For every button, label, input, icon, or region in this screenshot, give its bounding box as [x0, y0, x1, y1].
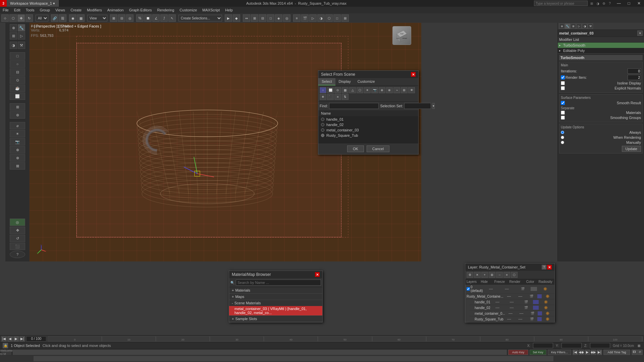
tb-keyframe[interactable]: ◆ [233, 14, 240, 22]
tab-customize[interactable]: Customize [354, 78, 378, 85]
sel-hidden-btn[interactable]: 👁 [408, 87, 415, 93]
st-maximize[interactable]: ⬛ [10, 243, 25, 250]
tl-play[interactable]: ▶ [13, 336, 19, 342]
menu-help[interactable]: Help [222, 7, 235, 13]
st-question[interactable]: ? [10, 251, 25, 258]
rp-motion-icon[interactable]: ▷ [576, 23, 582, 29]
st-hierarchy[interactable]: ⊞ [10, 32, 17, 40]
tb-obj-props[interactable]: ▦ [77, 14, 85, 22]
expand-obj-btn[interactable]: ▾ [637, 31, 643, 36]
st-display[interactable]: ◑ [10, 42, 17, 49]
layer-tb-expand[interactable]: ⬡ [511, 272, 518, 278]
menu-file[interactable]: File [0, 7, 11, 13]
rp-hierarchy-icon[interactable]: ⊞ [571, 23, 576, 29]
st-zoom[interactable]: ◎ [10, 219, 25, 226]
sel-cam-btn[interactable]: 📷 [371, 87, 378, 93]
smooth-result-cb[interactable] [561, 101, 565, 105]
transport-next-frame[interactable]: ▶| [597, 350, 602, 355]
layer-tb-cur-layer[interactable]: ≡ [503, 272, 510, 278]
tb-isolate-sel[interactable]: ◎ [283, 14, 290, 22]
tb-filter-dropdown[interactable]: All [36, 15, 48, 21]
layer-help-btn[interactable]: ? [542, 265, 546, 269]
frame-counter[interactable]: 0 / 100 [26, 336, 46, 342]
materials-cb[interactable] [561, 111, 565, 115]
st-box[interactable]: □ [10, 52, 25, 60]
grid-settings-btn[interactable]: ⊞ [637, 343, 641, 348]
materials-section-header[interactable]: + Materials [229, 287, 322, 293]
rp-create-icon[interactable]: ⊕ [559, 23, 565, 29]
when-rendering-radio[interactable] [561, 136, 564, 139]
smoothing-groups-cb[interactable] [561, 116, 565, 120]
tb-rotate[interactable]: ↻ [25, 14, 33, 22]
modifier-editable-poly[interactable]: ▸ Editable Poly [558, 48, 644, 53]
layer-rst-color[interactable] [537, 317, 542, 321]
layer-item-handle01[interactable]: handle_01 ---- ---- 🎬 🔆 [469, 299, 554, 305]
st-create[interactable]: ⊕ [10, 24, 17, 32]
st-pan[interactable]: ✥ [10, 227, 25, 234]
layer-h02-color[interactable] [533, 306, 539, 310]
tb-view-dropdown[interactable]: View [87, 15, 107, 21]
menu-group[interactable]: Group [37, 7, 53, 13]
layer-default-color[interactable] [531, 287, 537, 291]
maximize-button[interactable]: □ [624, 0, 634, 7]
toolbar-icon-4[interactable]: ? [607, 0, 612, 7]
tb-spinner[interactable]: ⤴ [160, 14, 168, 22]
sel-lay-btn[interactable]: ≡ [334, 94, 341, 100]
maps-section-header[interactable]: + Maps [229, 294, 322, 300]
close-button[interactable]: ✕ [634, 0, 644, 7]
tl-prev[interactable]: ◀ [7, 336, 13, 342]
scroll-ruler[interactable] [34, 356, 553, 361]
transport-prev-key[interactable]: ◀◆ [579, 350, 584, 355]
tb-material-editor[interactable]: ⬡ [325, 14, 333, 22]
tb-select-region[interactable]: ⬡ [9, 14, 17, 22]
modifier-turbosmooth[interactable]: ▸ TurboSmooth [558, 43, 644, 48]
layer-close-btn[interactable]: ✕ [547, 265, 552, 269]
manually-radio[interactable] [561, 141, 564, 144]
tb-normal-align[interactable]: ⊟ [259, 14, 266, 22]
tb-link[interactable]: 🔗 [51, 14, 58, 22]
update-button[interactable]: Update [622, 146, 641, 152]
list-item-handle02[interactable]: handle_02 [318, 122, 418, 127]
tb-create-selection[interactable]: Create Selections... [178, 15, 222, 21]
tb-render[interactable]: ▷ [309, 14, 317, 22]
layer-tb-delete[interactable]: ✕ [474, 272, 481, 278]
menu-graph-editors[interactable]: Graph Editors [126, 7, 155, 13]
lock-icon[interactable]: 🔒 [3, 343, 8, 348]
selection-set-input[interactable] [404, 103, 431, 109]
explicit-normals-cb[interactable] [561, 86, 565, 90]
sel-bone-btn[interactable]: ⌁ [393, 87, 400, 93]
st-modify[interactable]: 🔧 [18, 24, 25, 32]
menu-customize[interactable]: Customize [177, 7, 200, 13]
workspace-tab[interactable]: Workspace Workspace_1 ▾ [7, 0, 59, 7]
st-light-1[interactable]: ☀ [10, 130, 25, 137]
layer-item-handle02[interactable]: handle_02 ---- ---- 🎬 🔆 [469, 305, 554, 311]
tl-next[interactable]: ▶| [19, 336, 25, 342]
transport-prev-frame[interactable]: |◀ [573, 350, 578, 355]
sel-invert-btn[interactable]: ⊙ [334, 87, 341, 93]
st-helper[interactable]: ⊕ [10, 146, 25, 154]
isoline-cb[interactable] [561, 81, 565, 85]
menu-maxscript[interactable]: MAXScript [200, 7, 222, 13]
layer-tb-move[interactable]: → [496, 272, 503, 278]
st-plane[interactable]: ⬜ [10, 93, 25, 100]
tb-scale[interactable]: ⊠ [110, 14, 117, 22]
layer-item-metal-container[interactable]: metal_container_0... ---- ---- 🎬 🔆 [469, 311, 554, 316]
tb-print[interactable]: ⊞ [341, 14, 349, 22]
st-torus[interactable]: ⊙ [10, 76, 25, 84]
sample-slots-header[interactable]: + Sample Slots [229, 316, 322, 322]
layer-default-cb[interactable] [467, 287, 470, 291]
rp-modify-icon[interactable]: 🔧 [565, 23, 570, 29]
tb-mirror[interactable]: ⇔ [243, 14, 250, 22]
list-item-rusty-tub[interactable]: Rusty_Square_Tub [318, 133, 418, 138]
cancel-button[interactable]: Cancel [367, 145, 389, 152]
find-input[interactable] [329, 103, 379, 109]
tb-percent[interactable]: % [136, 14, 144, 22]
st-sphere[interactable]: ○ [10, 60, 25, 68]
st-systems[interactable]: ⊠ [10, 162, 25, 170]
tb-select[interactable]: ⊹ [1, 14, 9, 22]
tb-nonuniform[interactable]: ⊟ [118, 14, 125, 22]
menu-views[interactable]: Views [53, 7, 68, 13]
tb-cursor[interactable]: ↖ [168, 14, 176, 22]
tab-display[interactable]: Display [335, 78, 354, 85]
layer-item-default[interactable]: 0 (default) ---- ---- 🎬 🔆 [465, 285, 554, 294]
